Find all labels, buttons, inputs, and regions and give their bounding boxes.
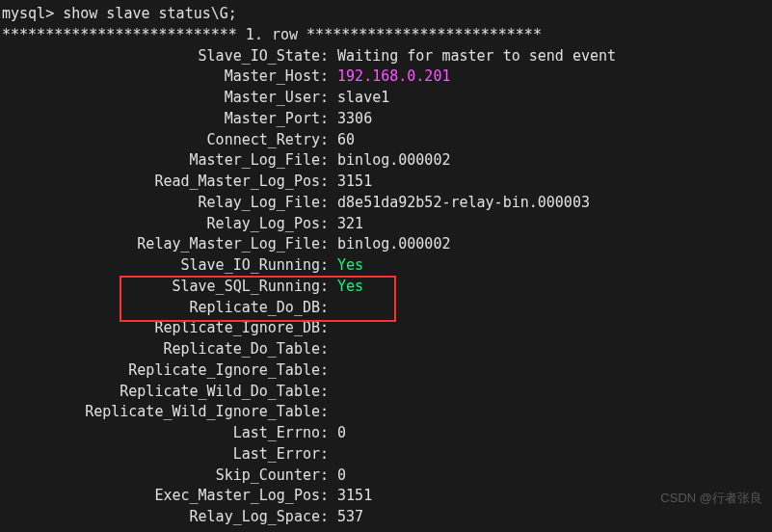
field-value: Waiting for master to send event: [337, 46, 616, 67]
field-value: 60: [337, 130, 355, 151]
field-value: slave1: [337, 88, 389, 109]
field-value: 0: [337, 466, 346, 487]
field-label: Read_Master_Log_Pos: [2, 172, 320, 193]
field-separator: :: [320, 234, 337, 255]
field-separator: :: [320, 150, 337, 172]
field-separator: :: [320, 402, 337, 423]
field-label: Replicate_Wild_Ignore_Table: [2, 402, 320, 423]
status-row: Slave_SQL_Running: Yes: [2, 277, 770, 298]
status-row: Master_Port: 3306: [2, 109, 770, 130]
field-separator: :: [320, 507, 337, 528]
status-row: Last_Error:: [2, 444, 770, 466]
field-label: Replicate_Do_Table: [2, 339, 320, 360]
field-separator: :: [320, 444, 337, 466]
field-separator: :: [320, 318, 337, 339]
field-separator: :: [320, 214, 337, 235]
field-separator: :: [320, 88, 337, 109]
field-separator: :: [320, 360, 337, 382]
status-row: Last_Errno: 0: [2, 423, 770, 444]
field-value: 537: [337, 507, 363, 528]
status-row: Relay_Master_Log_File: binlog.000002: [2, 234, 770, 255]
field-label: Master_User: [2, 88, 320, 109]
field-label: Master_Port: [2, 109, 320, 130]
field-label: Relay_Log_Space: [2, 507, 320, 528]
field-label: Last_Error: [2, 444, 320, 466]
field-label: Replicate_Ignore_DB: [2, 318, 320, 339]
field-value: Yes: [337, 277, 363, 298]
status-row: Replicate_Wild_Ignore_Table:: [2, 402, 770, 423]
field-value: 3151: [337, 172, 372, 193]
status-row: Slave_IO_State: Waiting for master to se…: [2, 46, 770, 67]
mysql-prompt: mysql> show slave status\G;: [2, 4, 770, 25]
field-separator: :: [320, 339, 337, 360]
field-label: Replicate_Ignore_Table: [2, 360, 320, 382]
field-separator: :: [320, 486, 337, 507]
status-row: Exec_Master_Log_Pos: 3151: [2, 486, 770, 507]
field-separator: :: [320, 382, 337, 403]
field-label: Connect_Retry: [2, 130, 320, 151]
field-separator: :: [320, 298, 337, 319]
field-label: Exec_Master_Log_Pos: [2, 486, 320, 507]
field-separator: :: [320, 255, 337, 277]
status-row: Master_Host: 192.168.0.201: [2, 66, 770, 88]
row-header: *************************** 1. row *****…: [2, 25, 770, 46]
status-fields: Slave_IO_State: Waiting for master to se…: [2, 46, 770, 528]
field-value: 192.168.0.201: [337, 66, 450, 88]
field-value: 3151: [337, 486, 372, 507]
field-value: 321: [337, 214, 363, 235]
status-row: Master_User: slave1: [2, 88, 770, 109]
terminal-output: mysql> show slave status\G; ************…: [0, 0, 772, 532]
status-row: Replicate_Ignore_Table:: [2, 360, 770, 382]
field-separator: :: [320, 66, 337, 88]
status-row: Replicate_Wild_Do_Table:: [2, 382, 770, 403]
field-separator: :: [320, 423, 337, 444]
field-value: binlog.000002: [337, 150, 450, 172]
field-separator: :: [320, 46, 337, 67]
field-label: Skip_Counter: [2, 466, 320, 487]
field-separator: :: [320, 193, 337, 214]
field-label: Replicate_Wild_Do_Table: [2, 382, 320, 403]
field-separator: :: [320, 277, 337, 298]
status-row: Master_Log_File: binlog.000002: [2, 150, 770, 172]
field-label: Last_Errno: [2, 423, 320, 444]
watermark: CSDN @行者张良: [660, 490, 762, 508]
field-value: Yes: [337, 255, 363, 277]
status-row: Replicate_Do_DB:: [2, 298, 770, 319]
field-separator: :: [320, 109, 337, 130]
field-separator: :: [320, 466, 337, 487]
status-row: Replicate_Ignore_DB:: [2, 318, 770, 339]
status-row: Replicate_Do_Table:: [2, 339, 770, 360]
field-value: d8e51da92b52-relay-bin.000003: [337, 193, 590, 214]
field-label: Relay_Master_Log_File: [2, 234, 320, 255]
field-label: Master_Host: [2, 66, 320, 88]
status-row: Relay_Log_Pos: 321: [2, 214, 770, 235]
field-label: Relay_Log_File: [2, 193, 320, 214]
field-label: Master_Log_File: [2, 150, 320, 172]
status-row: Skip_Counter: 0: [2, 466, 770, 487]
field-value: binlog.000002: [337, 234, 450, 255]
field-label: Replicate_Do_DB: [2, 298, 320, 319]
status-row: Connect_Retry: 60: [2, 130, 770, 151]
field-separator: :: [320, 130, 337, 151]
status-row: Read_Master_Log_Pos: 3151: [2, 172, 770, 193]
field-value: 3306: [337, 109, 372, 130]
status-row: Slave_IO_Running: Yes: [2, 255, 770, 277]
status-row: Relay_Log_File: d8e51da92b52-relay-bin.0…: [2, 193, 770, 214]
field-separator: :: [320, 172, 337, 193]
field-label: Slave_IO_State: [2, 46, 320, 67]
status-row: Relay_Log_Space: 537: [2, 507, 770, 528]
field-label: Relay_Log_Pos: [2, 214, 320, 235]
field-label: Slave_SQL_Running: [2, 277, 320, 298]
field-value: 0: [337, 423, 346, 444]
field-label: Slave_IO_Running: [2, 255, 320, 277]
